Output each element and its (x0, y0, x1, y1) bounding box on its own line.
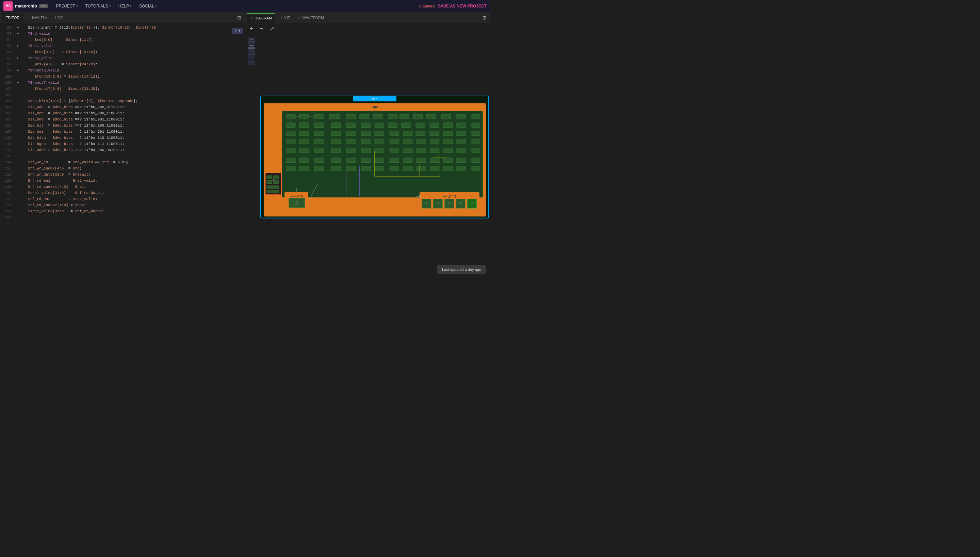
comp-r2-6 (361, 123, 371, 128)
xreg-comp-2-label: @2 (436, 202, 439, 204)
code-line-120: $rf_rd_en2 = $rs2_valid; (17, 196, 242, 202)
comp-5 (346, 114, 356, 119)
comp-r3-11 (430, 131, 439, 136)
nav-help[interactable]: HELP ▾ (116, 2, 134, 10)
code-line-101: ▶ ?$funct7_valid (17, 80, 242, 86)
code-line-118: $rf_rd_index1[4:0] = $rs1; (17, 184, 242, 190)
code-line-105: $is_add = $dec_bits ==? 11'b0_000_011001… (17, 104, 242, 110)
imem-inner (288, 199, 304, 208)
comp-r4-5 (346, 140, 356, 144)
fit-view-button[interactable]: ⤢ (268, 24, 276, 32)
code-line-123 (17, 214, 242, 220)
tab-waveform[interactable]: ✓ WAVEFORM (295, 13, 327, 23)
code-line-114: $rf_wr_en = $rd_valid && $rd != 5'd0; (17, 159, 242, 165)
mini-nav-btn-4[interactable]: — (248, 54, 255, 59)
tab-log-label: LOG (55, 16, 63, 20)
comp-r5-3 (314, 148, 324, 152)
comp-12 (442, 114, 451, 119)
tab-diagram[interactable]: ✓ DIAGRAM (247, 13, 275, 23)
code-line-96: $rs1[4:0] = $instr[19:15]; (17, 49, 242, 55)
comp-r6-8 (390, 158, 399, 163)
tab-nav-tlv-label: NAV-TLV (32, 16, 47, 20)
nav-tutorials[interactable]: TUTORIALS ▾ (83, 2, 114, 10)
comp-9 (400, 114, 409, 119)
code-text[interactable]: ▶ $is_j_instr ? {{12{$instr[31]}}, $inst… (14, 23, 245, 278)
comp-r6-3 (314, 158, 324, 163)
save-as-new-project-button[interactable]: SAVE AS NEW PROJECT (438, 4, 487, 8)
mini-nav-btn-5[interactable]: — (248, 60, 255, 65)
tab-viz-label: VIZ (284, 16, 290, 20)
editor-tabs-bar: EDITOR ✓ NAV-TLV LOG ⊞ (0, 12, 245, 23)
comp-8 (388, 114, 397, 119)
code-line-94: $rd[5:0] = $instr[11:7]; (17, 37, 242, 43)
diagram-tabs-bar: ✓ DIAGRAM ✓ VIZ ✓ WAVEFORM ⊞ (245, 12, 490, 23)
comp-r2-11 (430, 123, 439, 128)
comp-r7-1 (286, 166, 296, 171)
comp-r2-2 (300, 123, 309, 128)
left-reg-comp-3 (267, 180, 272, 184)
mini-nav-btn-2[interactable]: — (248, 42, 255, 48)
mini-nav-btn-1[interactable]: — (248, 37, 255, 42)
diagram-expand-button[interactable]: ⊞ (481, 14, 488, 21)
comp-r7-12 (443, 166, 453, 171)
fold-arrow-97[interactable]: ▶ (17, 55, 20, 61)
code-line-92: ▶ $is_j_instr ? {{12{$instr[31]}}, $inst… (17, 24, 242, 31)
comp-r6-13 (457, 158, 466, 163)
fold-arrow-96 (17, 49, 20, 55)
code-line-119: $src1_value[31:0] = $rf_rd_data1; (17, 190, 242, 196)
comp-r3-7 (374, 131, 384, 136)
diagram-view[interactable]: — — — — — /top lcpu (245, 34, 490, 278)
tab-editor[interactable]: EDITOR (2, 13, 23, 23)
mini-nav-btn-3[interactable]: — (248, 48, 255, 54)
left-reg-comp-1 (267, 176, 272, 179)
tab-viz[interactable]: ✓ VIZ (277, 13, 293, 23)
comp-2 (300, 114, 309, 119)
comp-r5-12 (443, 148, 453, 152)
xreg-label: /xreg[31:0] (443, 195, 456, 198)
fold-arrow-102 (17, 86, 20, 92)
viz-check-icon: ✓ (280, 16, 283, 20)
e-button[interactable]: E ▾ (232, 28, 243, 34)
fold-arrow-95[interactable]: ▶ (17, 43, 20, 49)
fold-arrow-93[interactable]: ▶ (17, 31, 20, 37)
nav-social[interactable]: SOCIAL ▾ (137, 2, 160, 10)
code-line-113 (17, 153, 242, 159)
comp-r2-12 (443, 123, 453, 128)
comp-r5-7 (374, 148, 384, 152)
tab-editor-label: EDITOR (5, 16, 20, 20)
comp-r3-10 (416, 131, 425, 136)
comp-4 (329, 114, 340, 119)
comp-r5-1 (286, 148, 296, 152)
comp-r7-14 (472, 166, 480, 171)
comp-r4-1 (286, 140, 296, 144)
lcpu-label: lcpu (371, 105, 378, 109)
top-label: /top (372, 97, 378, 101)
xreg-comp-5-label: @5 (470, 202, 473, 204)
tab-log[interactable]: LOG (52, 13, 67, 23)
imem-label: /imem[7:0] (290, 195, 303, 198)
fold-arrow-101[interactable]: ▶ (17, 80, 20, 86)
comp-r3-12 (443, 131, 453, 136)
unsaved-status: unsaved (419, 4, 435, 8)
comp-r3-2 (300, 131, 309, 136)
zoom-out-button[interactable]: − (257, 25, 265, 32)
comp-r5-10 (417, 148, 426, 152)
comp-r2-9 (402, 123, 411, 128)
main-area: EDITOR ✓ NAV-TLV LOG ⊞ 9293949596 979899… (0, 12, 490, 278)
beta-badge: beta (39, 4, 48, 8)
split-view-button[interactable]: ⊞ (236, 14, 243, 21)
code-editor[interactable]: 9293949596 979899100101 102103104105106 … (0, 23, 245, 278)
code-line-116: $rf_wr_data[31:0] = $result; (17, 171, 242, 178)
nav-project[interactable]: PROJECT ▾ (54, 2, 81, 10)
fold-arrow-92[interactable]: ▶ (17, 24, 20, 31)
tab-nav-tlv[interactable]: ✓ NAV-TLV (24, 13, 50, 23)
comp-r6-10 (417, 158, 426, 163)
fold-arrow-99[interactable]: ▶ (17, 67, 20, 73)
left-reg-comp-2 (273, 176, 279, 179)
code-line-122: $src2_value[31:0] = $rf_rd_data2; (17, 208, 242, 214)
comp-r4-8 (390, 140, 399, 144)
zoom-in-button[interactable]: + (248, 25, 255, 32)
comp-r3-8 (390, 131, 399, 136)
logo-area: MC makerchip beta (3, 2, 48, 11)
editor-tab-actions: ⊞ (236, 14, 243, 21)
